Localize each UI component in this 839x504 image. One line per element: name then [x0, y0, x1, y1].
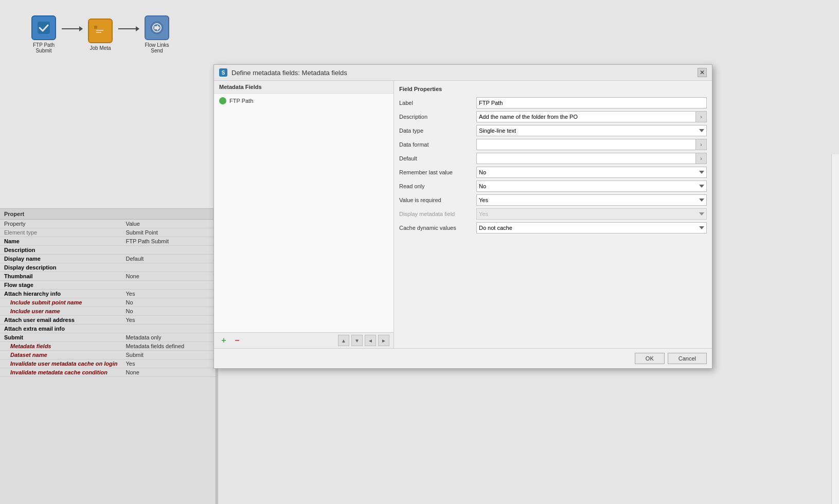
- fp-input-label[interactable]: [476, 97, 707, 109]
- add-field-button[interactable]: +: [218, 335, 229, 346]
- nav-left-button[interactable]: ◄: [365, 335, 376, 346]
- fp-label-default: Default: [399, 155, 476, 161]
- fp-select-remember[interactable]: No Yes: [476, 167, 707, 178]
- fp-label-description: Description: [399, 114, 476, 120]
- fp-label-remember: Remember last value: [399, 169, 476, 175]
- fp-label-datatype: Data type: [399, 128, 476, 134]
- fp-dataformat-container: ›: [476, 139, 707, 150]
- fp-description-container: ›: [476, 111, 707, 122]
- fp-input-description[interactable]: [476, 111, 695, 122]
- fp-dataformat-expand[interactable]: ›: [695, 139, 707, 150]
- modal-close-button[interactable]: ✕: [698, 68, 707, 77]
- modal-dialog: S Define metadata fields: Metadata field…: [213, 64, 712, 369]
- fp-select-display-metadata[interactable]: Yes No: [476, 208, 707, 220]
- nav-right-button[interactable]: ►: [378, 335, 389, 346]
- modal-title-content: S Define metadata fields: Metadata field…: [219, 68, 347, 77]
- fp-row-required: Value is required Yes No: [399, 194, 707, 206]
- metadata-fields-list: FTP Path: [214, 94, 394, 332]
- fp-row-description: Description ›: [399, 111, 707, 122]
- fp-description-expand[interactable]: ›: [695, 111, 707, 122]
- fp-row-display-metadata: Display metadata field Yes No: [399, 208, 707, 220]
- field-icon-ftp-path: [219, 97, 226, 104]
- ok-button[interactable]: OK: [635, 353, 665, 364]
- fp-row-cache: Cache dynamic values Do not cache Cache: [399, 222, 707, 233]
- fp-row-datatype: Data type Single-line text Multi-line te…: [399, 125, 707, 136]
- metadata-fields-panel: Metadata Fields FTP Path + − ▲ ▼ ◄ ►: [214, 81, 394, 348]
- fp-row-remember: Remember last value No Yes: [399, 167, 707, 178]
- fp-row-default: Default ›: [399, 153, 707, 164]
- modal-title-icon: S: [219, 68, 227, 77]
- fp-select-required[interactable]: Yes No: [476, 194, 707, 206]
- fp-input-dataformat[interactable]: [476, 139, 695, 150]
- fp-label-label: Label: [399, 100, 476, 106]
- fp-default-expand[interactable]: ›: [695, 153, 707, 164]
- nav-down-button[interactable]: ▼: [351, 335, 363, 346]
- fp-row-dataformat: Data format ›: [399, 139, 707, 150]
- fp-label-required: Value is required: [399, 197, 476, 203]
- fp-row-readonly: Read only No Yes: [399, 181, 707, 192]
- fp-label-display-metadata: Display metadata field: [399, 211, 476, 217]
- fp-label-dataformat: Data format: [399, 141, 476, 148]
- modal-title-text: Define metadata fields: Metadata fields: [231, 69, 347, 77]
- field-name-ftp-path: FTP Path: [229, 98, 253, 104]
- modal-body: Metadata Fields FTP Path + − ▲ ▼ ◄ ►: [214, 81, 712, 348]
- modal-title-bar: S Define metadata fields: Metadata field…: [214, 65, 712, 81]
- metadata-toolbar: + − ▲ ▼ ◄ ►: [214, 332, 394, 348]
- field-properties-panel: Field Properties Label Description ›: [394, 81, 712, 348]
- modal-footer: OK Cancel: [214, 348, 712, 368]
- metadata-field-ftp-path[interactable]: FTP Path: [216, 96, 391, 106]
- fp-row-label: Label: [399, 97, 707, 109]
- field-properties-header: Field Properties: [399, 86, 707, 92]
- fp-default-container: ›: [476, 153, 707, 164]
- metadata-fields-header: Metadata Fields: [214, 81, 394, 94]
- fp-select-cache[interactable]: Do not cache Cache: [476, 222, 707, 233]
- remove-field-button[interactable]: −: [231, 335, 243, 346]
- right-scrollbar: [831, 154, 839, 504]
- cancel-button[interactable]: Cancel: [668, 353, 707, 364]
- nav-up-button[interactable]: ▲: [338, 335, 349, 346]
- fp-select-readonly[interactable]: No Yes: [476, 181, 707, 192]
- fp-input-default[interactable]: [476, 153, 695, 164]
- fp-select-datatype[interactable]: Single-line text Multi-line text Integer…: [476, 125, 707, 136]
- fp-label-cache: Cache dynamic values: [399, 225, 476, 231]
- fp-label-readonly: Read only: [399, 183, 476, 189]
- modal-overlay: S Define metadata fields: Metadata field…: [0, 0, 839, 504]
